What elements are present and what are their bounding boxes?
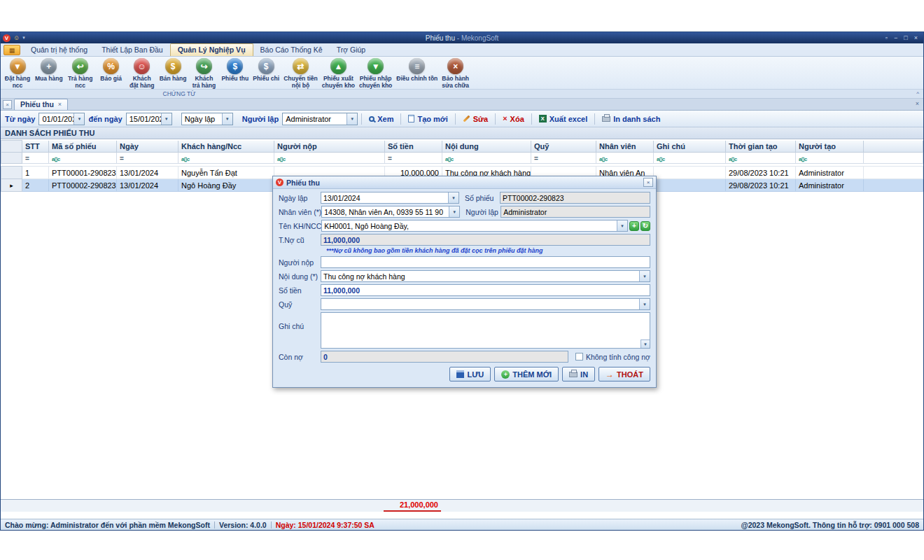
delete-icon: × [503,115,507,122]
filter-icon[interactable]: = [25,155,29,162]
filter-icon[interactable]: = [120,155,124,162]
ngay-lap-dropdown-icon[interactable]: ▼ [448,192,458,203]
creator-dropdown-icon[interactable]: ▼ [346,113,357,125]
ribbon-item-chuyen-tien-noi-bo[interactable]: ⇄ Chuyển tiền nội bộ [281,57,320,89]
filter-icon[interactable]: = [534,155,538,162]
printer-icon [569,372,578,377]
quy-label: Quỹ [279,300,321,309]
add-new-button[interactable]: + THÊM MỚI [494,367,559,382]
menu-tab-bao-cao-thong-ke[interactable]: Báo Cáo Thống Kê [253,44,330,56]
from-date-dropdown-icon[interactable]: ▼ [74,113,84,125]
window-fit-icon[interactable]: ▫ [886,34,888,41]
quy-select[interactable]: ▼ [321,298,650,310]
to-date-input[interactable]: 15/01/2024 ▼ [126,113,172,125]
menu-tab-tro-giup[interactable]: Trợ Giúp [330,44,373,56]
filter-icon[interactable]: a▯c [799,156,807,162]
ribbon-item-khach-tra-hang[interactable]: ↪ Khách trả hàng [188,57,219,89]
purchase-icon: + [41,58,57,74]
col-quy[interactable]: Quỹ [531,141,596,153]
edit-button[interactable]: Sửa [459,115,491,123]
exit-arrow-icon: → [606,370,614,379]
dialog-titlebar[interactable]: V Phiếu thu × [273,176,656,189]
ribbon-item-bao-hanh-sua-chua[interactable]: × Bảo hành sửa chữa [440,57,471,89]
tab-close-left-icon[interactable]: × [3,100,12,109]
nguoi-nop-input[interactable] [321,256,650,268]
ribbon-item-bao-gia[interactable]: % Báo giá [96,57,127,82]
close-button[interactable]: × [914,34,918,41]
filter-icon[interactable]: a▯c [277,156,286,162]
ribbon-item-phieu-chi[interactable]: $ Phiếu chi [251,57,281,82]
refresh-customer-button[interactable]: ↻ [640,221,650,231]
ribbon-item-khach-dat-hang[interactable]: ☺ Khách đặt hàng [127,57,158,89]
col-ghi-chu[interactable]: Ghi chú [654,141,726,153]
quy-dropdown-icon[interactable]: ▼ [639,299,650,309]
col-ngay[interactable]: Ngày [117,141,178,153]
col-thoi-gian-tao[interactable]: Thời gian tạo [726,141,796,153]
noi-dung-dropdown-icon[interactable]: ▼ [639,271,650,281]
ribbon-item-phieu-nhap-chuyen-kho[interactable]: ▼ Phiếu nhập chuyển kho [357,57,394,89]
filter-icon[interactable]: a▯c [599,156,608,162]
dialog-close-button[interactable]: × [643,178,653,187]
filter-icon[interactable]: a▯c [729,156,737,162]
col-stt[interactable]: STT [22,141,49,153]
ribbon-item-phieu-thu[interactable]: $ Phiếu thu [219,57,251,82]
ribbon-item-dat-hang-ncc[interactable]: ▼ Đặt hàng ncc [2,57,33,89]
exit-button[interactable]: → THOÁT [598,367,650,382]
ten-kh-select[interactable]: KH0001, Ngô Hoàng Đầy, ▼ [321,220,628,232]
nhan-vien-dropdown-icon[interactable]: ▼ [449,206,459,217]
date-type-dropdown-icon[interactable]: ▼ [222,113,232,125]
quick-access-caret-icon[interactable]: ▾ [22,35,25,41]
col-nhan-vien[interactable]: Nhân viên [596,141,654,153]
nguoi-lap-field: Administrator [500,206,650,218]
print-button[interactable]: IN [562,367,595,382]
ribbon-item-phieu-xuat-chuyen-kho[interactable]: ▲ Phiếu xuất chuyển kho [320,57,357,89]
ribbon-item-ban-hang[interactable]: $ Bán hàng [158,57,189,82]
col-so-tien[interactable]: Số tiền [385,141,442,153]
memo-scroll-icon[interactable]: ▼ [640,340,650,348]
col-ma-so-phieu[interactable]: Mã số phiếu [49,141,117,153]
menu-tab-quan-ly-nghiep-vu[interactable]: Quản Lý Nghiệp Vụ [170,43,253,56]
delete-button[interactable]: × Xóa [499,115,528,123]
filter-icon[interactable]: a▯c [52,156,60,162]
filter-icon[interactable]: a▯c [657,156,665,162]
tab-close-icon[interactable]: × [58,101,62,108]
ghi-chu-textarea[interactable]: ▼ [321,312,650,349]
col-noi-dung[interactable]: Nội dung [442,141,531,153]
create-new-button[interactable]: Tạo mới [405,115,451,123]
print-list-button[interactable]: In danh sách [598,115,664,123]
so-tien-input[interactable]: 11,000,000 [321,284,650,296]
col-nguoi-tao[interactable]: Người tạo [796,141,864,153]
ngay-lap-input[interactable]: 13/01/2024 ▼ [321,192,459,204]
from-date-input[interactable]: 01/01/2024 ▼ [38,113,85,125]
con-no-field: 0 [321,351,568,363]
date-type-select[interactable]: Ngày lập ▼ [181,113,233,125]
ribbon-item-tra-hang-ncc[interactable]: ↩ Trả hàng ncc [65,57,96,89]
quick-access-icon[interactable]: ☺ [13,35,20,41]
ten-kh-dropdown-icon[interactable]: ▼ [617,220,627,231]
ribbon-group-strip: CHỨNG TỪ ^ [1,89,923,98]
save-button[interactable]: LƯU [449,367,491,382]
menu-tab-thiet-lap-ban-dau[interactable]: Thiết Lập Ban Đầu [94,44,170,56]
tabbar-close-all-icon[interactable]: × [916,100,919,107]
col-nguoi-nop[interactable]: Người nộp [274,141,385,153]
app-menu-button[interactable]: ▦ [4,45,20,55]
export-excel-button[interactable]: X Xuất excel [536,115,591,123]
ribbon-collapse-icon[interactable]: ^ [916,90,919,98]
maximize-button[interactable]: □ [904,34,907,41]
view-button[interactable]: Xem [365,115,397,123]
noi-dung-select[interactable]: Thu công nợ khách hàng ▼ [321,270,650,282]
khong-tinh-cong-no-checkbox[interactable] [575,353,583,360]
filter-icon[interactable]: a▯c [181,156,190,162]
ribbon-item-dieu-chinh-ton[interactable]: ≡ Điều chỉnh tồn [394,57,440,82]
col-khach-hang[interactable]: Khách hàng/Ncc [178,141,274,153]
tab-phieu-thu[interactable]: Phiếu thu × [14,99,68,110]
filter-icon[interactable]: = [388,155,392,162]
ribbon-item-mua-hang[interactable]: + Mua hàng [33,57,65,82]
minimize-button[interactable]: − [894,34,897,41]
add-customer-button[interactable]: + [629,221,639,231]
menu-tab-quan-tri-he-thong[interactable]: Quản trị hệ thống [24,44,94,56]
creator-select[interactable]: Administrator ▼ [282,113,358,125]
nhan-vien-select[interactable]: 14308, Nhân viên An, 0939 55 11 90 ▼ [321,206,460,218]
filter-icon[interactable]: a▯c [445,156,454,162]
to-date-dropdown-icon[interactable]: ▼ [161,113,172,125]
